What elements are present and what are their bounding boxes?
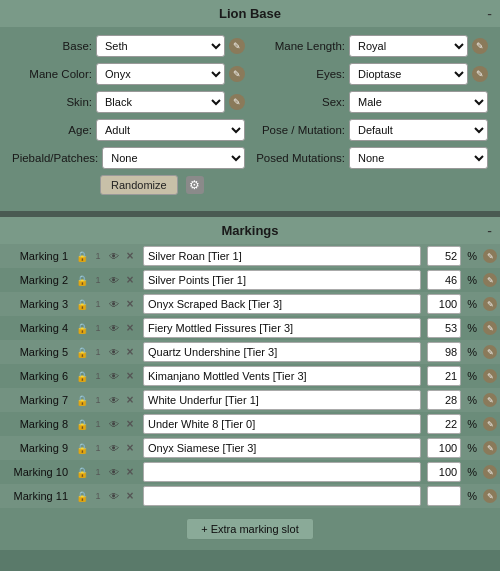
number-icon[interactable]: 1 [91, 441, 105, 455]
marking-edit-icon[interactable]: ✎ [483, 321, 497, 335]
marking-name-input[interactable] [143, 414, 421, 434]
marking-percent-input[interactable] [427, 486, 461, 506]
marking-percent-input[interactable] [427, 414, 461, 434]
eye-icon[interactable]: 👁 [107, 297, 121, 311]
number-icon[interactable]: 1 [91, 297, 105, 311]
eye-icon[interactable]: 👁 [107, 441, 121, 455]
close-icon[interactable]: × [123, 489, 137, 503]
lock-icon[interactable]: 🔒 [75, 249, 89, 263]
marking-name-input[interactable] [143, 318, 421, 338]
close-icon[interactable]: × [123, 369, 137, 383]
extra-slot-button[interactable]: + Extra marking slot [186, 518, 314, 540]
number-icon[interactable]: 1 [91, 465, 105, 479]
eye-icon[interactable]: 👁 [107, 345, 121, 359]
eye-icon[interactable]: 👁 [107, 393, 121, 407]
eye-icon[interactable]: 👁 [107, 489, 121, 503]
lock-icon[interactable]: 🔒 [75, 369, 89, 383]
marking-edit-icon[interactable]: ✎ [483, 345, 497, 359]
number-icon[interactable]: 1 [91, 393, 105, 407]
lock-icon[interactable]: 🔒 [75, 441, 89, 455]
marking-percent-input[interactable] [427, 366, 461, 386]
lock-icon[interactable]: 🔒 [75, 417, 89, 431]
eye-icon[interactable]: 👁 [107, 249, 121, 263]
lock-icon[interactable]: 🔒 [75, 393, 89, 407]
close-icon[interactable]: × [123, 321, 137, 335]
number-icon[interactable]: 1 [91, 369, 105, 383]
marking-name-input[interactable] [143, 342, 421, 362]
marking-percent-input[interactable] [427, 294, 461, 314]
number-icon[interactable]: 1 [91, 489, 105, 503]
marking-name-input[interactable] [143, 246, 421, 266]
lock-icon[interactable]: 🔒 [75, 297, 89, 311]
number-icon[interactable]: 1 [91, 273, 105, 287]
base-edit-icon[interactable]: ✎ [229, 38, 245, 54]
marking-name-input[interactable] [143, 438, 421, 458]
close-icon[interactable]: × [123, 417, 137, 431]
marking-name-input[interactable] [143, 462, 421, 482]
lock-icon[interactable]: 🔒 [75, 321, 89, 335]
close-icon[interactable]: × [123, 249, 137, 263]
number-icon[interactable]: 1 [91, 345, 105, 359]
lion-base-minimize[interactable]: - [487, 6, 492, 22]
close-icon[interactable]: × [123, 465, 137, 479]
eye-icon[interactable]: 👁 [107, 369, 121, 383]
marking-edit-icon[interactable]: ✎ [483, 489, 497, 503]
lion-base-panel: Lion Base - Base: Seth ✎ Mane Length: [0, 0, 500, 211]
age-select[interactable]: Adult [96, 119, 245, 141]
markings-minimize[interactable]: - [487, 223, 492, 239]
piebald-select[interactable]: None [102, 147, 245, 169]
mane-color-select[interactable]: Onyx [96, 63, 225, 85]
marking-name-input[interactable] [143, 366, 421, 386]
randomize-button[interactable]: Randomize [100, 175, 178, 195]
eyes-select[interactable]: Dioptase [349, 63, 468, 85]
marking-edit-icon[interactable]: ✎ [483, 393, 497, 407]
number-icon[interactable]: 1 [91, 249, 105, 263]
mane-color-edit-icon[interactable]: ✎ [229, 66, 245, 82]
close-icon[interactable]: × [123, 297, 137, 311]
close-icon[interactable]: × [123, 273, 137, 287]
marking-percent-input[interactable] [427, 318, 461, 338]
number-icon[interactable]: 1 [91, 417, 105, 431]
eyes-edit-icon[interactable]: ✎ [472, 66, 488, 82]
eye-icon[interactable]: 👁 [107, 273, 121, 287]
marking-edit-icon[interactable]: ✎ [483, 417, 497, 431]
lock-icon[interactable]: 🔒 [75, 465, 89, 479]
lock-icon[interactable]: 🔒 [75, 273, 89, 287]
marking-edit-icon[interactable]: ✎ [483, 249, 497, 263]
mane-length-select[interactable]: Royal [349, 35, 468, 57]
close-icon[interactable]: × [123, 393, 137, 407]
gear-icon[interactable]: ⚙ [186, 176, 204, 194]
skin-select[interactable]: Black [96, 91, 225, 113]
marking-edit-icon[interactable]: ✎ [483, 441, 497, 455]
mane-length-edit-icon[interactable]: ✎ [472, 38, 488, 54]
marking-percent-input[interactable] [427, 342, 461, 362]
marking-edit-icon[interactable]: ✎ [483, 273, 497, 287]
marking-percent-input[interactable] [427, 462, 461, 482]
marking-name-input[interactable] [143, 270, 421, 290]
eye-icon[interactable]: 👁 [107, 417, 121, 431]
marking-edit-icon[interactable]: ✎ [483, 369, 497, 383]
pose-mutation-select[interactable]: Default [349, 119, 488, 141]
skin-edit-icon[interactable]: ✎ [229, 94, 245, 110]
eye-icon[interactable]: 👁 [107, 465, 121, 479]
close-icon[interactable]: × [123, 345, 137, 359]
lock-icon[interactable]: 🔒 [75, 489, 89, 503]
marking-edit-icon[interactable]: ✎ [483, 297, 497, 311]
posed-mutations-select[interactable]: None [349, 147, 488, 169]
marking-percent-input[interactable] [427, 246, 461, 266]
marking-percent-input[interactable] [427, 438, 461, 458]
lock-icon[interactable]: 🔒 [75, 345, 89, 359]
number-icon[interactable]: 1 [91, 321, 105, 335]
close-icon[interactable]: × [123, 441, 137, 455]
marking-percent-input[interactable] [427, 390, 461, 410]
eye-icon[interactable]: 👁 [107, 321, 121, 335]
marking-edit-icon[interactable]: ✎ [483, 465, 497, 479]
sex-select[interactable]: Male [349, 91, 488, 113]
marking-name-input[interactable] [143, 294, 421, 314]
marking-name-input[interactable] [143, 486, 421, 506]
base-select[interactable]: Seth [96, 35, 225, 57]
marking-percent-input[interactable] [427, 270, 461, 290]
marking-label: Marking 5 [0, 340, 72, 364]
marking-name-input[interactable] [143, 390, 421, 410]
age-label: Age: [12, 124, 92, 136]
